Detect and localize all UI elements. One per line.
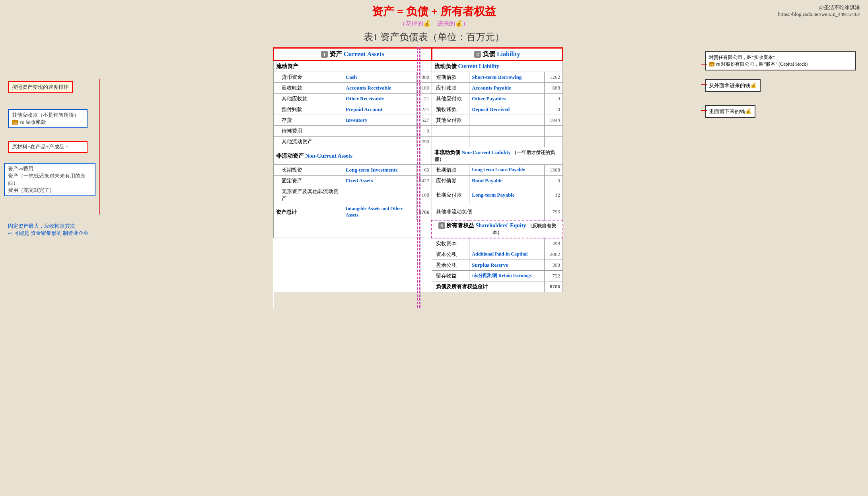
equity-note-box1: 对责任有限公司，叫"实收资本" vs vs 对股份有限公司，叫"股本" (Cap…	[705, 51, 856, 70]
liab-section1-en: Current Liability	[458, 63, 499, 69]
asset-en-1: Accounts Receivable	[343, 83, 416, 94]
asset-val-5: 9	[416, 126, 432, 137]
liab-en-6	[469, 137, 544, 147]
asset-cn-2: 其他应收款	[274, 94, 343, 104]
asset2-en-1: Fixed Assets	[343, 176, 416, 186]
equity-note-box2: 从外面拿进来的钱💰	[705, 79, 761, 92]
asset-en-0: Cash	[343, 72, 416, 83]
liab-en-5	[469, 126, 544, 137]
subtitle: （花掉的💰 = 进来的💰）	[0, 20, 868, 27]
equity-cn-0: 实收资本	[432, 238, 469, 249]
annotation-inventory: 原材料+在产品+产成品 =	[8, 141, 88, 153]
liab-cn-6	[432, 137, 469, 147]
table-row: 固定资产 Fixed Assets 5422 应付债券 Bond Payable…	[274, 176, 563, 186]
right-annotations: 对责任有限公司，叫"实收资本" vs vs 对股份有限公司，叫"股本" (Cap…	[701, 47, 868, 308]
liab2-en-2: Long-term Payable	[469, 186, 544, 204]
annotation-asset-vs-expense: 资产vs费用： 资产（一笔钱还来对未来有用的东西） 费用（花完就完了）	[4, 163, 95, 196]
total-cn: 负债及所有者权益总计	[432, 281, 544, 292]
assets-section2-en: Non-Current Assets	[306, 153, 352, 159]
liab-num-badge: 2	[474, 51, 481, 58]
liab2-en-1: Bond Payable	[469, 176, 544, 186]
liab-val-3: 0	[544, 104, 562, 115]
annotation-sort: 按照资产变现的速度排序	[8, 81, 73, 93]
equity-cn-3: 留存收益	[432, 270, 469, 281]
annotation-fixed-assets: 固定资产最大，应收帐款其次 -> 可能是 资金密集形的 制造业企业	[8, 223, 89, 237]
assets-label: 资产	[329, 51, 344, 57]
liab-val-2: 9	[544, 94, 562, 104]
assets-section1-label: 流动资产	[276, 63, 298, 69]
equity-val-2: 308	[544, 260, 562, 270]
liab-val-4: 1044	[544, 115, 562, 126]
asset-cn-0: 货币资金	[274, 72, 343, 83]
main-content: 1 资产 Current Assets 2 负债 Liability 流动资产	[135, 47, 701, 308]
liab-section1-label: 流动负债	[434, 63, 457, 69]
section2-row: 非流动资产 Non-Current Assets 非流动负债 Non-Curre…	[274, 147, 563, 165]
table-row: 无形资产及其他非流动资产 168 长期应付款 Long-term Payable…	[274, 186, 563, 204]
liab2-val-2: 12	[544, 186, 562, 204]
liab-cn-4: 其他应付款	[432, 115, 469, 126]
equity-val-0: 498	[544, 238, 562, 249]
equity-en-3: /未分配利润 Retain Earnings	[469, 270, 544, 281]
liab-val-1: 688	[544, 83, 562, 94]
table-row: 其他流动资产 290	[274, 137, 563, 147]
total-row: 负债及所有者权益总计 8706	[274, 281, 563, 292]
equity-num-badge: 3	[438, 222, 445, 229]
section1-row: 流动资产 流动负债 Current Liability	[274, 61, 563, 72]
asset-val-3: 221	[416, 104, 432, 115]
equity-val-3: 722	[544, 270, 562, 281]
assets-en: Current Assets	[344, 51, 384, 57]
asset-cn-4: 存货	[274, 115, 343, 126]
arrow-1	[701, 64, 707, 65]
assets-total-row: 资产总计 Intangible Assets and Other Assets …	[274, 204, 563, 220]
spacer-row	[274, 292, 563, 308]
asset-cn-6: 其他流动资产	[274, 137, 343, 147]
equity-note-box3: 里面留下来的钱💰	[705, 105, 755, 118]
liab-label: 负债	[483, 51, 497, 57]
liab-other-val: 793	[544, 204, 562, 220]
table-row: 存货 Inventory 527 其他应付款 1044	[274, 115, 563, 126]
table-row: 应收账款 Accounts Receivable 1180 应付账款 Accou…	[274, 83, 563, 94]
asset2-val-2: 168	[416, 186, 432, 204]
equity-row-2: 盈余公积 Surplus Reserve 308	[274, 260, 563, 270]
liab-cn-2: 其他应付款	[432, 94, 469, 104]
liab2-en-0: Long-term Loans Payable	[469, 165, 544, 176]
asset-cn-5: 待摊费用	[274, 126, 343, 137]
arrow-3	[701, 110, 707, 111]
table-title: 表1 资产负债表（单位：百万元）	[0, 31, 868, 43]
arrow-2	[701, 84, 707, 85]
asset2-val-0: 60	[416, 165, 432, 176]
equity-en-0	[469, 238, 544, 249]
asset2-en-2	[343, 186, 416, 204]
equity-row-0: 实收资本 498	[274, 238, 563, 249]
liab-en-2: Other Payables	[469, 94, 544, 104]
assets-total-cn: 资产总计	[274, 204, 343, 220]
asset2-cn-1: 固定资产	[274, 176, 343, 186]
balance-table: 1 资产 Current Assets 2 负债 Liability 流动资产	[273, 47, 563, 308]
equity-val-1: 2002	[544, 249, 562, 260]
liab-cn-3: 预收账款	[432, 104, 469, 115]
asset-cn-1: 应收账款	[274, 83, 343, 94]
left-annotations: 按照资产变现的速度排序 其他应收款（不是销售所得） vs vs 应收帐款 原材料…	[4, 47, 135, 308]
table-wrapper: 1 资产 Current Assets 2 负债 Liability 流动资产	[273, 47, 563, 308]
table-row: 其他应收款 Other Receivable 21 其他应付款 Other Pa…	[274, 94, 563, 104]
liab2-val-0: 1368	[544, 165, 562, 176]
liab-en-0: Short-term Borrowing	[469, 72, 544, 83]
table-row: 待摊费用 9	[274, 126, 563, 137]
assets-section2-label: 非流动资产	[276, 153, 304, 159]
asset-val-2: 21	[416, 94, 432, 104]
liab-en-4	[469, 115, 544, 126]
equity-row-3: 留存收益 /未分配利润 Retain Earnings 722	[274, 270, 563, 281]
liab-val-5	[544, 126, 562, 137]
assets-total-val: 8706	[416, 204, 432, 220]
asset-en-5	[343, 126, 416, 137]
asset-val-6: 290	[416, 137, 432, 147]
liab2-cn-0: 长期借款	[432, 165, 469, 176]
equity-en-2: Surplus Reserve	[469, 260, 544, 270]
asset-en-3: Prepaid Account	[343, 104, 416, 115]
liab-val-0: 1262	[544, 72, 562, 83]
equity-row-1: 资本公积 Additional Paid-in Captital 2002	[274, 249, 563, 260]
asset-val-0: 808	[416, 72, 432, 83]
table-row: 预付账款 Prepaid Account 221 预收账款 Deposit Re…	[274, 104, 563, 115]
table-row: 长期投资 Long-term Investments 60 长期借款 Long-…	[274, 165, 563, 176]
table-row: 货币资金 Cash 808 短期借款 Short-term Borrowing …	[274, 72, 563, 83]
